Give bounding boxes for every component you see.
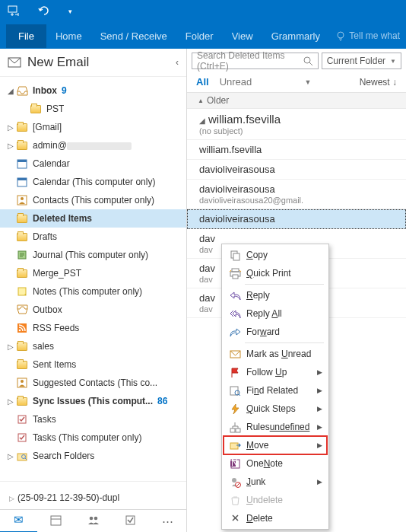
search-scope-dropdown[interactable]: Current Folder ▼ — [322, 53, 401, 69]
ctx-junk[interactable]: Junk▶ — [224, 473, 327, 491]
tree-item-drafts[interactable]: Drafts — [0, 228, 186, 246]
svg-point-23 — [94, 517, 97, 521]
mail-view-icon[interactable]: ✉ — [0, 508, 37, 532]
message-item[interactable]: davioliveirasousa — [187, 209, 406, 229]
new-email-button[interactable]: New Email — [27, 55, 89, 70]
tree-item-outbox[interactable]: Outbox — [0, 301, 186, 319]
message-item[interactable]: ◢william.fsevilla (no subject) — [187, 109, 406, 140]
filter-unread[interactable]: Unread — [220, 76, 252, 88]
search-placeholder: Search Deleted Items (Ctrl+E) — [197, 50, 313, 72]
tree-item-journal[interactable]: Journal (This computer only) — [0, 246, 186, 264]
tree-item-sales[interactable]: ▷sales — [0, 337, 186, 355]
group-header-older[interactable]: ▲Older — [187, 93, 406, 109]
envelope-closed-icon — [227, 348, 243, 360]
collapse-nav-icon[interactable]: ‹ — [176, 57, 179, 68]
ctx-rules[interactable]: Rulesundefined▶ — [224, 418, 327, 436]
folder-tree: ◢Inbox9PST▷[Gmail]▷admin@CalendarCalenda… — [0, 77, 186, 476]
svg-rect-29 — [232, 269, 239, 272]
svg-rect-6 — [17, 178, 27, 180]
ctx-markunread[interactable]: Mark as Unread — [224, 345, 327, 363]
tree-item-notes[interactable]: Notes (This computer only) — [0, 282, 186, 301]
tree-item-calendar-tco[interactable]: Calendar (This computer only) — [0, 173, 186, 191]
tree-item-suggested[interactable]: Suggested Contacts (This co... — [0, 374, 186, 392]
svg-rect-31 — [233, 275, 238, 279]
tree-item-calendar[interactable]: Calendar — [0, 155, 186, 173]
calendar-view-icon[interactable] — [37, 510, 75, 533]
tree-item-tasks-tco[interactable]: Tasks (This computer only) — [0, 428, 186, 447]
tree-item-contacts-tco[interactable]: Contacts (This computer only) — [0, 191, 186, 209]
tab-folder[interactable]: Folder — [176, 24, 223, 48]
ctx-delete[interactable]: Delete — [224, 509, 327, 527]
svg-line-44 — [236, 483, 239, 486]
ctx-reply[interactable]: Reply — [224, 286, 327, 304]
tree-item-search-folders[interactable]: ▷Search Folders — [0, 447, 186, 465]
tree-item-tasks[interactable]: Tasks — [0, 410, 186, 428]
message-item[interactable]: davioliveirasousa — [187, 160, 406, 180]
tab-home[interactable]: Home — [46, 24, 91, 48]
tab-file[interactable]: File — [6, 24, 46, 48]
svg-point-14 — [21, 380, 24, 383]
tree-item-sent[interactable]: Sent Items — [0, 355, 186, 374]
ctx-quickprint[interactable]: Quick Print — [224, 264, 327, 282]
ctx-forward[interactable]: Forward — [224, 323, 327, 341]
more-views-icon[interactable]: ⋯ — [149, 510, 186, 533]
ctx-copy[interactable]: Copy — [224, 246, 327, 264]
quicksteps-icon — [227, 403, 243, 415]
qat-send-receive-icon[interactable] — [3, 2, 24, 22]
ribbon-tabs: File Home Send / Receive Folder View Gra… — [0, 23, 406, 49]
sort-newest[interactable]: Newest ↓ — [360, 77, 397, 88]
flag-icon — [227, 366, 243, 378]
svg-rect-37 — [236, 428, 240, 432]
title-bar: ▾ — [0, 0, 406, 23]
ctx-findrelated[interactable]: Find Related▶ — [224, 381, 327, 400]
svg-line-35 — [239, 394, 240, 396]
svg-rect-28 — [233, 253, 239, 260]
move-icon — [227, 439, 243, 451]
forward-icon — [227, 326, 243, 338]
ctx-undelete: Undelete — [224, 491, 327, 509]
message-item[interactable]: william.fsevilla — [187, 140, 406, 160]
tree-item-deleted[interactable]: Deleted Items — [0, 209, 186, 228]
delete-icon — [227, 512, 243, 524]
undelete-icon — [227, 494, 243, 506]
tell-me[interactable]: Tell me what — [335, 30, 400, 41]
tree-item-sync[interactable]: ▷Sync Issues (This comput...86 — [0, 392, 186, 410]
ctx-move[interactable]: Move▶ — [224, 436, 327, 454]
search-icon — [303, 56, 313, 66]
tasks-view-icon[interactable] — [112, 510, 149, 532]
tree-item-pst[interactable]: PST — [0, 100, 186, 118]
svg-point-8 — [21, 197, 24, 200]
bulb-icon — [335, 30, 346, 41]
svg-point-42 — [232, 478, 236, 483]
ctx-followup[interactable]: Follow Up▶ — [224, 363, 327, 381]
ctx-replyall[interactable]: Reply All — [224, 304, 327, 323]
tree-item-merge[interactable]: Merge_PST — [0, 264, 186, 282]
ctx-onenote[interactable]: NOneNote — [224, 454, 327, 473]
svg-rect-0 — [8, 6, 17, 12]
search-scope-label: Current Folder — [327, 56, 385, 66]
svg-point-1 — [338, 32, 344, 38]
tree-item-rss[interactable]: RSS Feeds — [0, 319, 186, 337]
message-item[interactable]: davioliveirasousa davioliveirasousa20@gm… — [187, 180, 406, 209]
tell-me-label: Tell me what — [349, 30, 400, 41]
tab-send-receive[interactable]: Send / Receive — [91, 24, 176, 48]
chevron-down-icon: ▼ — [390, 58, 396, 65]
tree-item-admin[interactable]: ▷admin@ — [0, 136, 186, 155]
tree-item-inbox[interactable]: ◢Inbox9 — [0, 81, 186, 100]
tree-item-gmail[interactable]: ▷[Gmail] — [0, 118, 186, 136]
filter-arrange-dropdown[interactable]: ▼ — [304, 78, 311, 86]
search-input[interactable]: Search Deleted Items (Ctrl+E) — [192, 53, 319, 69]
rules-icon — [227, 421, 243, 433]
tab-view[interactable]: View — [223, 24, 262, 48]
nav-pane: New Email ‹ ◢Inbox9PST▷[Gmail]▷admin@Cal… — [0, 49, 187, 532]
tab-grammarly[interactable]: Grammarly — [262, 24, 329, 48]
people-view-icon[interactable] — [75, 510, 112, 532]
undo-icon[interactable] — [33, 2, 55, 21]
qat-dropdown-icon[interactable]: ▾ — [64, 5, 77, 18]
data-file-item[interactable]: ▷(25-09-21 12-39-50)-dupl — [0, 486, 186, 509]
filter-all[interactable]: All — [196, 76, 209, 88]
ctx-quicksteps[interactable]: Quick Steps▶ — [224, 400, 327, 418]
svg-rect-4 — [17, 160, 27, 162]
onenote-icon: N — [227, 457, 243, 470]
find-icon — [227, 384, 243, 397]
